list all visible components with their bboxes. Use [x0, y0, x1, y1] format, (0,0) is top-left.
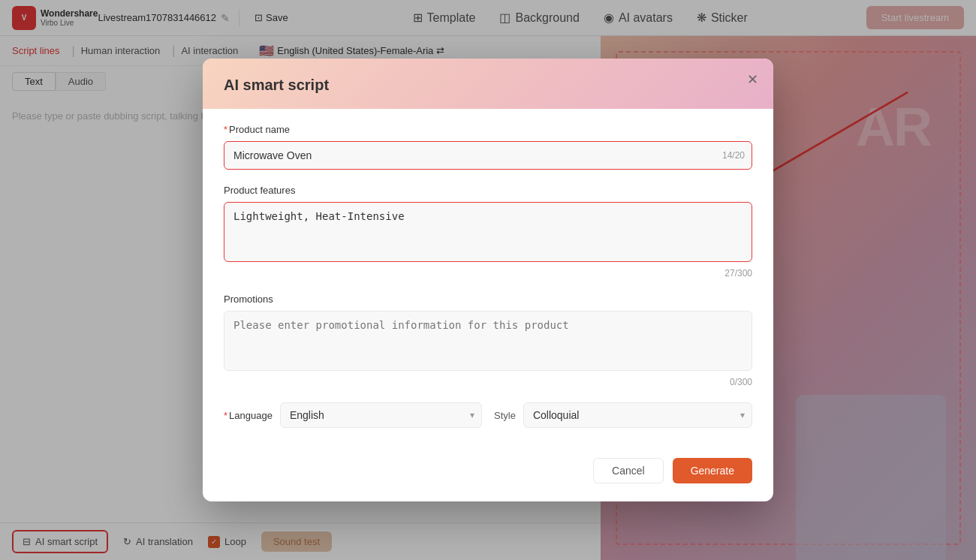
product-features-group: Product features Lightweight, Heat-Inten…: [224, 185, 752, 278]
product-name-wrapper: 14/20: [224, 141, 752, 170]
product-name-group: *Product name 14/20: [224, 124, 752, 170]
generate-button[interactable]: Generate: [673, 458, 752, 483]
promotions-group: Promotions 0/300: [224, 294, 752, 387]
language-group: *Language English Chinese Spanish ▾: [224, 402, 482, 428]
ai-smart-script-modal: AI smart script ✕ *Product name 14/20 Pr…: [203, 59, 773, 501]
modal-header: AI smart script ✕: [203, 59, 773, 109]
modal-footer: Cancel Generate: [203, 446, 773, 501]
features-wrapper: Lightweight, Heat-Intensive 27/300: [224, 202, 752, 278]
cancel-button[interactable]: Cancel: [593, 458, 664, 483]
promotions-input[interactable]: [224, 311, 752, 371]
language-select[interactable]: English Chinese Spanish: [280, 402, 482, 428]
product-name-label: *Product name: [224, 124, 752, 135]
modal-close-button[interactable]: ✕: [743, 71, 761, 89]
language-select-wrapper: English Chinese Spanish ▾: [280, 402, 482, 428]
language-label: *Language: [224, 410, 273, 421]
style-select[interactable]: Colloquial Formal Casual: [523, 402, 752, 428]
style-label: Style: [494, 410, 516, 421]
promotions-wrapper: 0/300: [224, 311, 752, 387]
features-count: 27/300: [224, 268, 752, 278]
promotions-label: Promotions: [224, 294, 752, 305]
style-group: Style Colloquial Formal Casual ▾: [494, 402, 752, 428]
style-select-wrapper: Colloquial Formal Casual ▾: [523, 402, 752, 428]
modal-overlay: AI smart script ✕ *Product name 14/20 Pr…: [0, 0, 976, 560]
product-name-count: 14/20: [722, 150, 745, 161]
modal-title: AI smart script: [224, 77, 752, 94]
product-features-input[interactable]: Lightweight, Heat-Intensive: [224, 202, 752, 262]
language-style-row: *Language English Chinese Spanish ▾ Styl…: [224, 402, 752, 428]
modal-body: *Product name 14/20 Product features Lig…: [203, 109, 773, 446]
promotions-count: 0/300: [224, 377, 752, 387]
product-name-input[interactable]: [224, 141, 752, 170]
product-features-label: Product features: [224, 185, 752, 196]
